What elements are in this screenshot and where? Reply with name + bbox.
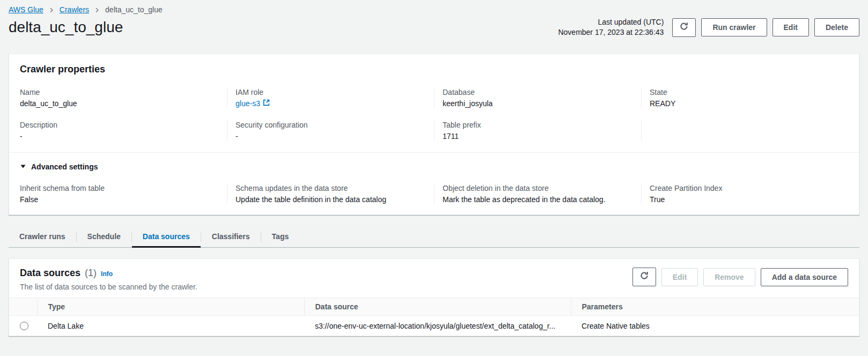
field-iam-role: IAM role glue-s3 [227, 88, 434, 108]
cell-data-source: s3://one-env-uc-external-location/kjosyu… [304, 316, 571, 336]
breadcrumb-aws-glue[interactable]: AWS Glue [9, 5, 43, 14]
add-data-source-button[interactable]: Add a data source [761, 268, 848, 286]
field-description: Description - [20, 121, 227, 140]
field-value: Mark the table as deprecated in the data… [443, 195, 633, 204]
field-label: Database [443, 88, 633, 97]
delete-button[interactable]: Delete [814, 18, 859, 36]
refresh-icon [640, 271, 649, 283]
data-source-remove-button[interactable]: Remove [703, 268, 755, 286]
row-select-radio[interactable] [20, 322, 28, 330]
field-label: Description [20, 121, 219, 129]
tab-bar: Crawler runs Schedule Data sources Class… [9, 227, 859, 248]
data-sources-card: Data sources (1) Info The list of data s… [9, 258, 859, 336]
run-crawler-button[interactable]: Run crawler [701, 18, 767, 36]
data-source-edit-button[interactable]: Edit [661, 268, 698, 286]
edit-button[interactable]: Edit [773, 18, 809, 36]
page-title: delta_uc_to_glue [9, 19, 123, 36]
field-value: keerthi_josyula [443, 99, 633, 108]
breadcrumb: AWS Glue Crawlers delta_uc_to_glue [9, 5, 859, 14]
field-label: Inherit schema from table [20, 184, 219, 192]
external-link-icon [263, 99, 270, 108]
refresh-button[interactable] [672, 18, 696, 37]
field-state: State READY [641, 88, 848, 108]
field-value: delta_uc_to_glue [20, 99, 219, 108]
table-row: Delta Lake s3://one-env-uc-external-loca… [9, 316, 859, 336]
page: AWS Glue Crawlers delta_uc_to_glue delta… [0, 0, 868, 336]
column-header-data-source: Data source [304, 298, 571, 316]
data-sources-table: Type Data source Parameters Delta Lake s… [9, 298, 859, 336]
data-sources-refresh-button[interactable] [632, 268, 656, 286]
last-updated: Last updated (UTC) November 17, 2023 at … [558, 17, 664, 38]
caret-down-icon [20, 162, 26, 171]
state-value: READY [650, 99, 840, 108]
tab-classifiers[interactable]: Classifiers [201, 227, 261, 248]
advanced-settings-toggle[interactable]: Advanced settings [20, 162, 848, 171]
tab-schedule[interactable]: Schedule [77, 227, 131, 248]
crawler-properties-title: Crawler properties [20, 64, 848, 75]
info-link[interactable]: Info [101, 270, 113, 278]
properties-grid: Name delta_uc_to_glue IAM role glue-s3 D… [20, 88, 848, 140]
data-sources-description: The list of data sources to be scanned b… [20, 283, 197, 291]
cell-type: Delta Lake [37, 316, 304, 336]
chevron-right-icon [94, 7, 100, 13]
crawler-properties-card: Crawler properties Name delta_uc_to_glue… [9, 54, 859, 215]
field-object-deletion: Object deletion in the data store Mark t… [434, 184, 641, 204]
field-empty [641, 121, 848, 140]
field-value: True [650, 195, 840, 204]
field-schema-updates: Schema updates in the data store Update … [227, 184, 434, 204]
data-sources-count: (1) [85, 268, 97, 279]
field-value: 1711 [443, 132, 633, 140]
column-header-type: Type [37, 298, 304, 316]
page-header: delta_uc_to_glue Last updated (UTC) Nove… [9, 17, 859, 38]
last-updated-label: Last updated (UTC) [558, 17, 664, 27]
breadcrumb-crawlers[interactable]: Crawlers [60, 5, 89, 14]
field-table-prefix: Table prefix 1711 [434, 121, 641, 140]
field-partition-index: Create Partition Index True [641, 184, 848, 204]
field-value: - [236, 132, 426, 140]
field-value: Update the table definition in the data … [236, 195, 426, 204]
tab-data-sources[interactable]: Data sources [132, 227, 201, 248]
last-updated-value: November 17, 2023 at 22:36:43 [558, 27, 664, 38]
divider [9, 152, 859, 153]
field-label: Create Partition Index [650, 184, 840, 192]
field-value: False [20, 195, 219, 204]
selection-column-header [9, 298, 37, 316]
refresh-icon [680, 22, 688, 33]
data-sources-title: Data sources [20, 268, 80, 279]
field-security-configuration: Security configuration - [227, 121, 434, 140]
field-label: Object deletion in the data store [443, 184, 633, 192]
advanced-settings-grid: Inherit schema from table False Schema u… [20, 184, 848, 204]
tab-tags[interactable]: Tags [261, 227, 300, 248]
chevron-right-icon [49, 7, 54, 13]
field-label: Security configuration [236, 121, 426, 129]
cell-parameters: Create Native tables [571, 316, 859, 336]
field-label: Table prefix [443, 121, 633, 129]
breadcrumb-current: delta_uc_to_glue [105, 5, 163, 14]
field-label: IAM role [236, 88, 426, 97]
column-header-parameters: Parameters [571, 298, 859, 316]
advanced-settings-label: Advanced settings [31, 162, 98, 171]
iam-role-link[interactable]: glue-s3 [236, 99, 270, 108]
field-label: Schema updates in the data store [236, 184, 426, 192]
table-header-row: Type Data source Parameters [9, 298, 859, 316]
field-label: Name [20, 88, 219, 97]
field-name: Name delta_uc_to_glue [20, 88, 227, 108]
field-database: Database keerthi_josyula [434, 88, 641, 108]
field-value: - [20, 132, 219, 140]
tab-crawler-runs[interactable]: Crawler runs [9, 227, 76, 248]
field-label: State [650, 88, 840, 97]
field-inherit-schema: Inherit schema from table False [20, 184, 227, 204]
